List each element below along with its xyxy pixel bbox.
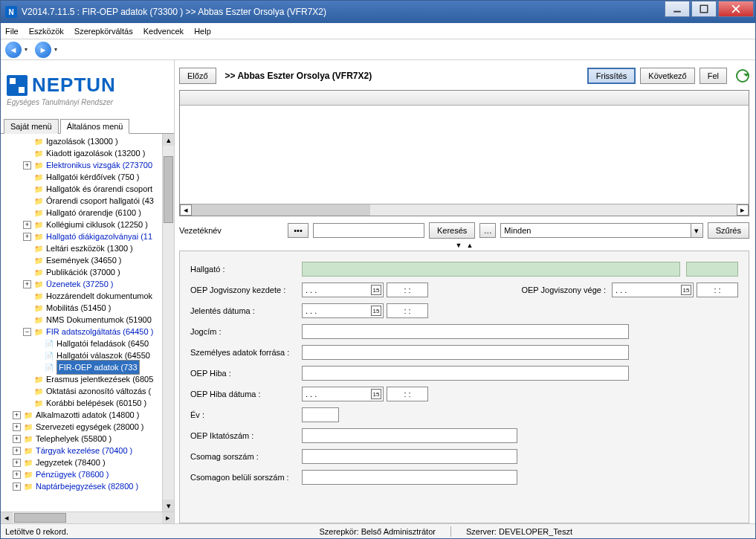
tree-label[interactable]: Hallgató diákigazolványai (11 <box>46 232 152 241</box>
input-oep-hiba-date[interactable]: . . .15 <box>302 387 384 401</box>
tree-label[interactable]: Tárgyak kezelése (70400 ) <box>36 446 132 455</box>
tab-own-menu[interactable]: Saját menü <box>4 119 59 134</box>
tree-item[interactable]: 📁Hallgatók és órarendi csoport <box>2 183 174 195</box>
tree-item[interactable]: +📁Telephelyek (55800 ) <box>2 433 174 445</box>
tree-item[interactable]: 📁Oktatási azonosító változás ( <box>2 385 174 397</box>
expand-icon[interactable]: + <box>23 233 31 241</box>
tree-hscrollbar[interactable]: ◂ ▸ <box>1 511 174 523</box>
tree-label[interactable]: Kollégiumi ciklusok (12250 ) <box>46 220 148 229</box>
expand-icon[interactable]: + <box>13 459 21 467</box>
refresh-button[interactable]: Frissítés <box>587 68 636 84</box>
tree-label[interactable]: Pénzügyek (78600 ) <box>36 470 109 479</box>
tree-item[interactable]: 📄FIR-OEP adatok (733 <box>2 361 174 373</box>
tree-label[interactable]: Jegyzetek (78400 ) <box>36 458 106 467</box>
tree-item[interactable]: 📁Publikációk (37000 ) <box>2 266 174 278</box>
search-field-picker[interactable]: ••• <box>288 223 308 238</box>
tree-item[interactable]: 📁Hozzárendelt dokumentumok <box>2 290 174 302</box>
input-ev[interactable] <box>302 407 339 422</box>
refresh-icon[interactable] <box>736 69 749 83</box>
menu-help[interactable]: Help <box>194 27 211 36</box>
tree-label[interactable]: Események (34650 ) <box>46 256 122 265</box>
search-input[interactable] <box>313 223 424 238</box>
tree-label[interactable]: Hallgatói kérdőívek (750 ) <box>46 172 139 181</box>
menu-file[interactable]: File <box>5 27 19 36</box>
expand-icon[interactable]: + <box>13 447 21 455</box>
scroll-left-icon[interactable]: ◂ <box>1 512 13 523</box>
nav-tree[interactable]: 📁Igazolások (13000 )📁Kiadott igazolások … <box>1 134 174 511</box>
expand-icon[interactable]: + <box>13 411 21 419</box>
input-oep-start-date[interactable]: . . .15 <box>302 283 384 297</box>
menu-tools[interactable]: Eszközök <box>29 27 64 36</box>
tree-item[interactable]: +📁Elektronikus vizsgák (273700 <box>2 159 174 171</box>
menu-role[interactable]: Szerepkörváltás <box>74 27 133 36</box>
tree-label[interactable]: Alkalmazotti adatok (14800 ) <box>36 410 139 419</box>
filter-button[interactable]: Szűrés <box>708 222 749 239</box>
scroll-up-icon[interactable]: ▴ <box>163 134 174 146</box>
tree-label[interactable]: Oktatási azonosító változás ( <box>46 387 151 396</box>
collapse-icon[interactable]: − <box>23 328 31 336</box>
prev-button[interactable]: Előző <box>179 68 216 84</box>
grid-hscrollbar[interactable]: ◂ ▸ <box>180 204 749 216</box>
input-csomag[interactable] <box>302 449 517 464</box>
scroll-hthumb[interactable] <box>14 513 66 523</box>
tree-item[interactable]: +📁Tárgyak kezelése (70400 ) <box>2 445 174 456</box>
tree-label[interactable]: Naptárbejegyzések (82800 ) <box>36 482 138 491</box>
tree-label[interactable]: Elektronikus vizsgák (273700 <box>46 161 152 170</box>
data-grid[interactable]: ◂ ▸ <box>179 90 749 216</box>
tree-item[interactable]: +📁Naptárbejegyzések (82800 ) <box>2 480 174 492</box>
tree-item[interactable]: +📁Jegyzetek (78400 ) <box>2 456 174 468</box>
tree-item[interactable]: 📁Kiadott igazolások (13200 ) <box>2 147 174 159</box>
expand-icon[interactable]: + <box>23 280 31 288</box>
tree-item[interactable]: 📁Hallgatói kérdőívek (750 ) <box>2 171 174 183</box>
tree-label[interactable]: Órarendi csoport hallgatói (43 <box>46 196 154 205</box>
tree-label[interactable]: Hallgatói feladások (6450 <box>56 339 149 348</box>
tree-label[interactable]: Publikációk (37000 ) <box>46 268 120 277</box>
close-button[interactable] <box>718 1 754 17</box>
input-jogcim[interactable] <box>302 324 629 339</box>
tree-label[interactable]: Hallgatói válaszok (64550 <box>56 351 150 360</box>
nav-back-dropdown[interactable]: ▾ <box>25 46 32 53</box>
tree-item[interactable]: +📁Kollégiumi ciklusok (12250 ) <box>2 219 174 230</box>
tree-label[interactable]: Leltári eszközök (1300 ) <box>46 244 133 253</box>
tree-item[interactable]: 📁Korábbi belépések (60150 ) <box>2 397 174 409</box>
tree-item[interactable]: 📁NMS Dokumentumok (51900 <box>2 314 174 326</box>
tree-item[interactable]: +📁Pénzügyek (78600 ) <box>2 468 174 480</box>
up-button[interactable]: Fel <box>700 68 727 84</box>
tree-item[interactable]: +📁Üzenetek (37250 ) <box>2 278 174 290</box>
grid-scroll-right[interactable]: ▸ <box>737 204 749 216</box>
minimize-button[interactable] <box>665 1 690 17</box>
tree-item[interactable]: −📁FIR adatszolgáltatás (64450 ) <box>2 326 174 338</box>
scroll-down-icon[interactable]: ▾ <box>163 500 174 511</box>
input-oep-hiba[interactable] <box>302 366 629 381</box>
calendar-icon[interactable]: 15 <box>371 306 381 316</box>
tree-label[interactable]: Szervezeti egységek (28000 ) <box>36 422 144 431</box>
tree-label[interactable]: Igazolások (13000 ) <box>46 137 118 146</box>
input-szemelyes-forras[interactable] <box>302 345 629 360</box>
input-jelentes-time[interactable]: : : <box>387 303 428 318</box>
tree-item[interactable]: +📁Szervezeti egységek (28000 ) <box>2 421 174 433</box>
tree-item[interactable]: +📁Hallgató diákigazolványai (11 <box>2 230 174 242</box>
scroll-thumb[interactable] <box>164 156 173 223</box>
tree-label[interactable]: Hallgató órarendje (6100 ) <box>46 208 141 217</box>
nav-forward-button[interactable]: ► <box>35 42 51 58</box>
tree-label[interactable]: Mobilitás (51450 ) <box>46 303 111 312</box>
expand-icon[interactable]: + <box>23 221 31 229</box>
grid-body[interactable] <box>180 106 749 204</box>
menu-favorites[interactable]: Kedvencek <box>143 27 184 36</box>
grid-scroll-left[interactable]: ◂ <box>180 204 192 216</box>
search-more-button[interactable]: … <box>479 223 496 238</box>
tree-item[interactable]: 📁Órarendi csoport hallgatói (43 <box>2 195 174 207</box>
tree-label[interactable]: Hallgatók és órarendi csoport <box>46 184 152 193</box>
input-csomagon-belul[interactable] <box>302 470 517 485</box>
tab-general-menu[interactable]: Általános menü <box>60 119 130 134</box>
calendar-icon[interactable]: 15 <box>681 285 691 295</box>
tree-label[interactable]: Üzenetek (37250 ) <box>46 280 114 288</box>
tree-label[interactable]: FIR-OEP adatok (733 <box>56 360 140 375</box>
chevron-down-icon[interactable]: ▾ <box>691 224 702 237</box>
tree-item[interactable]: 📁Leltári eszközök (1300 ) <box>2 242 174 254</box>
expand-icon[interactable]: + <box>13 435 21 443</box>
filter-combo[interactable]: Minden ▾ <box>500 223 702 238</box>
nav-back-button[interactable]: ◄ <box>5 42 22 58</box>
maximize-button[interactable] <box>691 1 717 17</box>
tree-label[interactable]: NMS Dokumentumok (51900 <box>46 315 152 324</box>
